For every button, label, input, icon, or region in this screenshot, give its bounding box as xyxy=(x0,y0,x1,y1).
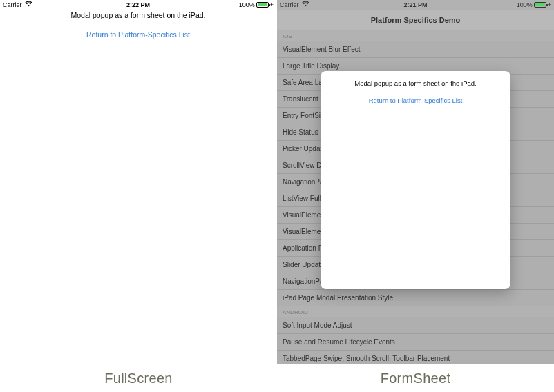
return-link[interactable]: Return to Platform-Specifics List xyxy=(321,97,510,104)
wifi-icon xyxy=(25,1,32,8)
section-header-android: ANDROID xyxy=(277,306,554,317)
modal-message: Modal popup as a form sheet on the iPad. xyxy=(0,11,276,19)
fullscreen-modal-content: Modal popup as a form sheet on the iPad.… xyxy=(0,10,276,39)
wifi-icon xyxy=(302,1,309,8)
return-link[interactable]: Return to Platform-Specifics List xyxy=(0,30,276,39)
caption-fullscreen: FullScreen xyxy=(0,364,277,392)
status-time: 2:21 PM xyxy=(403,1,427,8)
battery-percent: 100% xyxy=(239,1,255,8)
pane-fullscreen: Carrier 2:22 PM 100% + Modal popup as a … xyxy=(0,0,277,364)
pane-formsheet: Carrier 2:21 PM 100% + Platform Specific… xyxy=(277,0,554,364)
status-bar-left: Carrier 2:22 PM 100% + xyxy=(0,0,276,10)
list-item[interactable]: TabbedPage Swipe, Smooth Scroll, Toolbar… xyxy=(277,351,554,364)
modal-message: Modal popup as a form sheet on the iPad. xyxy=(321,79,510,87)
list-item[interactable]: VisualElement Blur Effect xyxy=(277,41,554,58)
charging-icon: + xyxy=(548,1,551,8)
list-item[interactable]: Pause and Resume Lifecycle Events xyxy=(277,334,554,351)
nav-title: Platform Specifics Demo xyxy=(371,16,461,24)
carrier-label: Carrier xyxy=(280,1,299,8)
navigation-bar: Platform Specifics Demo xyxy=(277,10,554,30)
battery-icon xyxy=(256,2,269,8)
charging-icon: + xyxy=(270,1,274,8)
status-bar-right: Carrier 2:21 PM 100% + xyxy=(277,0,554,10)
captions-row: FullScreen FormSheet xyxy=(0,364,554,392)
carrier-label: Carrier xyxy=(3,1,22,8)
list-item[interactable]: Soft Input Mode Adjust xyxy=(277,317,554,334)
form-sheet-modal: Modal popup as a form sheet on the iPad.… xyxy=(321,71,510,289)
list-item[interactable]: iPad Page Modal Presentation Style xyxy=(277,290,554,306)
section-header-ios: IOS xyxy=(277,30,554,41)
caption-formsheet: FormSheet xyxy=(277,364,554,392)
battery-percent: 100% xyxy=(517,1,533,8)
battery-icon xyxy=(534,2,546,8)
status-time: 2:22 PM xyxy=(126,1,150,8)
